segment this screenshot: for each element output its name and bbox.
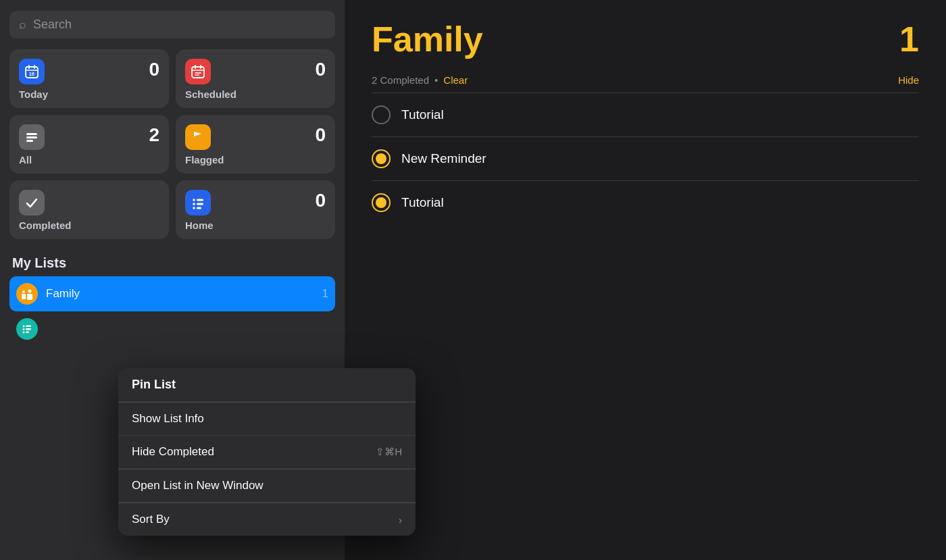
sidebar: ⌕ 16 0 Today bbox=[0, 0, 345, 560]
flagged-label: Flagged bbox=[185, 154, 326, 166]
smart-cards-grid: 16 0 Today bbox=[9, 49, 335, 239]
svg-point-16 bbox=[193, 203, 195, 205]
home-icon bbox=[185, 190, 211, 215]
scheduled-label: Scheduled bbox=[185, 88, 326, 100]
smart-card-home[interactable]: 0 Home bbox=[176, 180, 335, 239]
svg-text:16: 16 bbox=[29, 72, 34, 76]
ctx-hide-completed[interactable]: Hide Completed ⇧⌘H bbox=[118, 436, 416, 469]
reminder-circle-2[interactable] bbox=[372, 149, 391, 168]
svg-rect-19 bbox=[197, 207, 201, 209]
list-item-family[interactable]: Family 1 bbox=[9, 276, 335, 311]
svg-rect-27 bbox=[26, 328, 31, 330]
today-label: Today bbox=[19, 88, 159, 100]
completed-dot: • bbox=[434, 74, 438, 86]
family-list-count: 1 bbox=[322, 287, 328, 301]
search-input[interactable] bbox=[33, 18, 326, 32]
reminder-list: Tutorial New Reminder Tutorial bbox=[372, 93, 919, 224]
search-icon: ⌕ bbox=[19, 18, 26, 32]
svg-rect-15 bbox=[197, 199, 203, 201]
second-list-icon bbox=[16, 318, 38, 340]
svg-point-18 bbox=[193, 207, 195, 209]
svg-rect-23 bbox=[27, 294, 32, 300]
svg-rect-5 bbox=[192, 67, 204, 78]
all-label: All bbox=[19, 154, 159, 166]
flagged-count: 0 bbox=[315, 124, 326, 146]
all-icon bbox=[19, 124, 45, 150]
smart-card-today[interactable]: 16 0 Today bbox=[9, 49, 169, 108]
search-bar[interactable]: ⌕ bbox=[9, 11, 335, 39]
reminder-name-2: New Reminder bbox=[401, 151, 487, 166]
svg-rect-11 bbox=[26, 133, 37, 135]
svg-point-20 bbox=[22, 290, 25, 293]
ctx-open-new-window[interactable]: Open List in New Window bbox=[118, 469, 416, 503]
svg-rect-17 bbox=[197, 203, 203, 205]
reminder-circle-3[interactable] bbox=[372, 193, 391, 212]
flagged-icon bbox=[185, 124, 211, 150]
all-count: 2 bbox=[149, 124, 159, 146]
svg-point-26 bbox=[23, 328, 25, 330]
ctx-sort-by[interactable]: Sort By › bbox=[118, 503, 416, 536]
today-icon: 16 bbox=[19, 59, 45, 84]
home-count: 0 bbox=[315, 190, 326, 211]
main-count: 1 bbox=[899, 22, 919, 57]
today-count: 0 bbox=[149, 59, 159, 80]
svg-rect-12 bbox=[26, 136, 37, 138]
hide-button[interactable]: Hide bbox=[898, 74, 919, 86]
svg-point-22 bbox=[28, 290, 32, 293]
main-content: Family 1 2 Completed • Clear Hide Tutori… bbox=[345, 0, 946, 560]
svg-rect-29 bbox=[26, 332, 29, 334]
svg-rect-25 bbox=[26, 326, 31, 328]
family-list-name: Family bbox=[46, 287, 314, 301]
reminder-circle-1[interactable] bbox=[372, 105, 391, 124]
reminder-item-1[interactable]: Tutorial bbox=[372, 93, 919, 137]
smart-card-all[interactable]: 2 All bbox=[9, 115, 169, 174]
smart-card-completed[interactable]: Completed bbox=[9, 180, 169, 239]
svg-rect-21 bbox=[22, 294, 26, 299]
clear-button[interactable]: Clear bbox=[443, 74, 468, 86]
reminder-name-1: Tutorial bbox=[401, 107, 444, 122]
hide-completed-shortcut: ⇧⌘H bbox=[376, 446, 402, 458]
ctx-pin-list[interactable]: Pin List bbox=[118, 368, 416, 402]
scheduled-count: 0 bbox=[315, 59, 326, 80]
svg-rect-13 bbox=[26, 140, 33, 142]
family-list-icon bbox=[16, 283, 38, 305]
svg-point-24 bbox=[23, 326, 25, 328]
svg-point-28 bbox=[23, 332, 25, 334]
main-title: Family bbox=[372, 22, 483, 57]
home-label: Home bbox=[185, 220, 326, 231]
my-lists-header: My Lists bbox=[9, 255, 335, 271]
main-header: Family 1 bbox=[372, 22, 919, 57]
reminder-item-2[interactable]: New Reminder bbox=[372, 137, 919, 181]
completed-bar: 2 Completed • Clear Hide bbox=[372, 68, 919, 93]
scheduled-icon bbox=[185, 59, 211, 84]
reminder-name-3: Tutorial bbox=[401, 195, 444, 210]
completed-label: Completed bbox=[19, 220, 159, 231]
context-menu: Pin List Show List Info Hide Completed ⇧… bbox=[118, 368, 416, 536]
smart-card-scheduled[interactable]: 0 Scheduled bbox=[176, 49, 335, 108]
completed-text: 2 Completed bbox=[372, 74, 429, 86]
reminder-item-3[interactable]: Tutorial bbox=[372, 181, 919, 224]
list-item-second[interactable] bbox=[9, 311, 335, 347]
smart-card-flagged[interactable]: 0 Flagged bbox=[176, 115, 335, 174]
sort-by-chevron: › bbox=[399, 514, 402, 526]
ctx-show-list-info[interactable]: Show List Info bbox=[118, 403, 416, 436]
completed-icon bbox=[19, 190, 45, 215]
svg-point-14 bbox=[193, 199, 195, 201]
